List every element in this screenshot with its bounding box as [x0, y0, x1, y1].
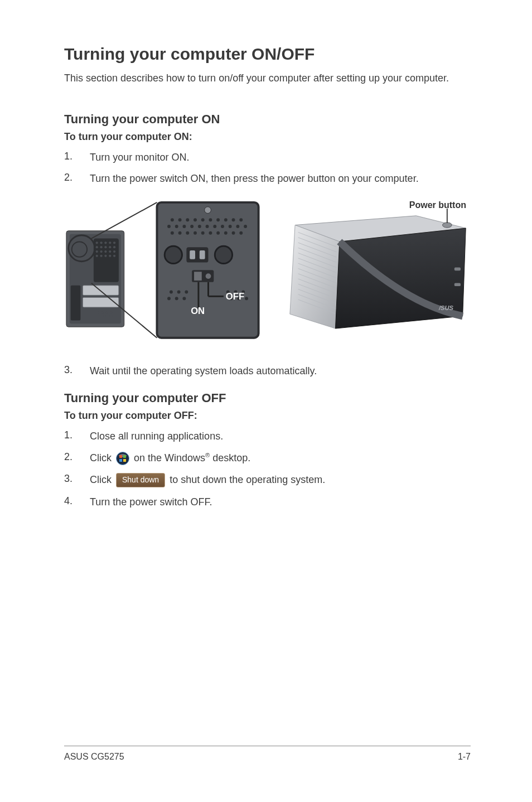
list-item: 2. Click on the Windows® desktop.	[64, 451, 471, 465]
svg-point-54	[190, 225, 194, 228]
svg-point-32	[95, 315, 97, 317]
windows-orb-icon	[116, 452, 129, 465]
off-label: OFF	[226, 291, 244, 302]
step-text: Click on the Windows® desktop.	[90, 451, 471, 465]
footer-left: ASUS CG5275	[64, 752, 124, 762]
svg-point-67	[209, 231, 212, 234]
svg-point-79	[206, 273, 211, 279]
svg-point-47	[216, 218, 220, 221]
svg-point-53	[182, 225, 186, 228]
svg-rect-112	[454, 267, 460, 270]
svg-point-72	[165, 246, 182, 263]
svg-point-17	[104, 250, 107, 252]
list-item: 1. Turn your monitor ON.	[64, 151, 471, 164]
rear-panel-figure: ON OFF	[64, 200, 261, 342]
svg-point-35	[108, 315, 110, 317]
svg-point-23	[109, 254, 111, 257]
svg-point-66	[201, 231, 205, 234]
svg-point-56	[206, 225, 209, 228]
page-footer: ASUS CG5275 1-7	[64, 746, 471, 762]
svg-text:/SUS: /SUS	[438, 304, 453, 311]
svg-rect-75	[200, 250, 205, 259]
svg-point-50	[239, 218, 243, 221]
front-panel-figure: Power button	[274, 200, 471, 330]
step2-part-a: Click	[90, 452, 114, 463]
svg-point-65	[194, 231, 197, 234]
svg-point-83	[170, 290, 173, 293]
svg-point-58	[221, 225, 224, 228]
svg-point-89	[167, 297, 171, 300]
svg-point-8	[109, 241, 111, 244]
svg-point-36	[112, 315, 114, 317]
svg-rect-39	[157, 202, 258, 338]
footer-right: 1-7	[458, 752, 471, 762]
step-text: Wait until the operating system loads au…	[90, 364, 471, 378]
svg-point-84	[177, 290, 181, 293]
svg-point-61	[244, 225, 247, 228]
svg-point-60	[236, 225, 239, 228]
svg-point-10	[96, 246, 98, 248]
list-item: 3. Wait until the operating system loads…	[64, 364, 471, 378]
svg-marker-96	[289, 225, 339, 328]
svg-point-69	[224, 231, 228, 234]
svg-point-52	[175, 225, 178, 228]
svg-point-15	[96, 250, 98, 252]
svg-point-70	[232, 231, 235, 234]
step3-part-b: to shut down the operating system.	[170, 474, 325, 485]
step-number: 1.	[64, 429, 90, 443]
svg-point-34	[104, 315, 106, 317]
turn-on-heading: Turning your computer ON	[64, 112, 471, 127]
step2-part-b: on the Windows	[134, 452, 205, 463]
svg-point-40	[205, 206, 211, 213]
svg-point-33	[99, 315, 101, 317]
shutdown-button-icon: Shut down	[116, 473, 165, 487]
svg-rect-78	[194, 272, 202, 281]
svg-point-48	[224, 218, 228, 221]
list-item: 4. Turn the power switch OFF.	[64, 495, 471, 509]
svg-point-9	[113, 241, 115, 244]
step3-part-a: Click	[90, 474, 114, 485]
svg-rect-25	[71, 285, 81, 320]
svg-point-45	[201, 218, 205, 221]
svg-point-5	[96, 241, 98, 244]
intro-text: This section describes how to turn on/of…	[64, 73, 471, 84]
svg-point-11	[100, 246, 102, 248]
svg-rect-74	[190, 250, 195, 259]
svg-point-29	[101, 311, 104, 313]
svg-point-43	[186, 218, 189, 221]
step2-part-c: desktop.	[210, 452, 250, 463]
svg-point-51	[167, 225, 171, 228]
svg-point-24	[113, 254, 115, 257]
registered-mark: ®	[205, 452, 210, 458]
figure-row: ON OFF Power button	[64, 200, 471, 342]
rear-panel-svg: ON OFF	[64, 200, 261, 342]
svg-point-19	[113, 250, 115, 252]
svg-point-68	[216, 231, 220, 234]
list-item: 2. Turn the power switch ON, then press …	[64, 172, 471, 185]
svg-point-14	[113, 246, 115, 248]
svg-point-94	[245, 297, 248, 300]
step-text: Turn your monitor ON.	[90, 151, 471, 164]
svg-point-115	[442, 222, 452, 227]
step-number: 3.	[64, 473, 90, 487]
svg-point-91	[182, 297, 186, 300]
turn-on-instruction: To turn your computer ON:	[64, 131, 471, 143]
svg-point-49	[232, 218, 235, 221]
svg-point-12	[104, 246, 107, 248]
step-number: 3.	[64, 364, 90, 378]
turn-on-steps: 1. Turn your monitor ON. 2. Turn the pow…	[64, 151, 471, 186]
svg-point-30	[105, 311, 108, 313]
on-label: ON	[191, 305, 205, 316]
svg-point-42	[178, 218, 182, 221]
svg-point-20	[96, 254, 98, 257]
svg-point-41	[171, 218, 174, 221]
step-text: Turn the power switch ON, then press the…	[90, 172, 471, 185]
step-text: Click Shut down to shut down the operati…	[90, 473, 471, 487]
svg-point-46	[209, 218, 212, 221]
svg-point-90	[175, 297, 178, 300]
svg-point-57	[213, 225, 216, 228]
power-button-label: Power button	[409, 200, 466, 210]
step-number: 2.	[64, 451, 90, 465]
svg-point-21	[100, 254, 102, 257]
svg-rect-113	[454, 283, 460, 286]
